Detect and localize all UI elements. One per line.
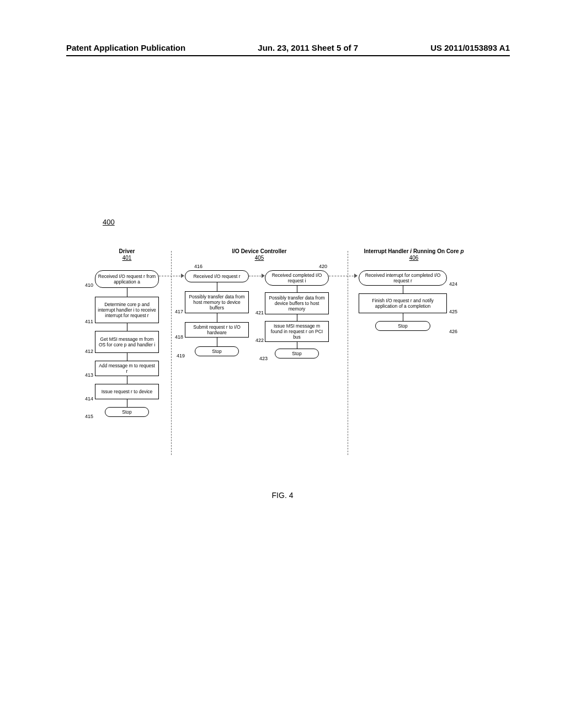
- ref-425: 425: [449, 309, 457, 314]
- edge: [217, 338, 217, 346]
- node-received-io-request-controller: Received I/O request r: [185, 270, 249, 282]
- figure-caption: FIG. 4: [0, 491, 565, 500]
- node-stop-controller-1: Stop: [195, 346, 239, 356]
- arrowhead-icon: [262, 274, 265, 278]
- node-stop-handler: Stop: [375, 321, 430, 331]
- lane-controller: I/O Device Controller405: [182, 248, 337, 265]
- header-right: US 2011/0153893 A1: [430, 43, 510, 52]
- arrowhead-icon: [354, 274, 358, 278]
- swimlane-divider: [171, 251, 172, 455]
- ref-416: 416: [194, 264, 202, 269]
- node-received-interrupt: Received interrupt for completed I/O req…: [359, 270, 447, 286]
- swimlane-divider: [348, 251, 348, 455]
- ref-413: 413: [85, 372, 93, 378]
- ref-422: 422: [255, 338, 264, 343]
- edge: [217, 282, 217, 291]
- edge: [403, 313, 403, 321]
- lane-handler-title: Interrupt Handler i Running On Core p 40…: [353, 248, 475, 261]
- dashed-arrow: [159, 276, 183, 276]
- node-stop-controller-2: Stop: [275, 349, 319, 358]
- node-issue-msi: Issue MSI message m found in request r o…: [265, 321, 329, 342]
- ref-418: 418: [175, 334, 183, 340]
- edge: [127, 376, 127, 384]
- node-finish-request: Finish I/O request r and notify applicat…: [359, 293, 447, 313]
- flow-diagram: Driver401 I/O Device Controller405 Inter…: [88, 248, 519, 469]
- dashed-arrow: [329, 276, 356, 276]
- node-received-io-request-driver: Received I/O request r from application …: [95, 270, 159, 288]
- edge: [127, 399, 127, 407]
- ref-414: 414: [85, 396, 93, 402]
- node-submit-request: Submit request r to I/O hardware: [185, 322, 249, 338]
- ref-420: 420: [319, 264, 327, 269]
- edge: [127, 288, 127, 297]
- edge: [297, 286, 297, 292]
- lane-driver-title: Driver401: [88, 248, 166, 261]
- edge: [403, 286, 403, 293]
- ref-419: 419: [177, 353, 185, 358]
- ref-423: 423: [259, 356, 268, 361]
- ref-415: 415: [85, 414, 93, 419]
- lane-controller-title: I/O Device Controller405: [182, 248, 337, 261]
- node-issue-request: Issue request r to device: [95, 384, 159, 399]
- node-determine-core: Determine core p and interrupt handler i…: [95, 297, 159, 323]
- lane-handler: Interrupt Handler i Running On Core p 40…: [353, 248, 475, 265]
- ref-421: 421: [255, 310, 264, 315]
- node-stop-driver: Stop: [105, 407, 149, 417]
- lane-driver: Driver401: [88, 248, 166, 265]
- node-transfer-host-to-device: Possibly transfer data from host memory …: [185, 291, 249, 313]
- edge: [217, 313, 217, 322]
- ref-411: 411: [85, 319, 93, 324]
- figure-reference-number: 400: [103, 218, 115, 226]
- page-header: Patent Application Publication Jun. 23, …: [66, 43, 510, 52]
- edge: [297, 342, 297, 349]
- node-received-completed-request: Received completed I/O request i: [265, 270, 329, 286]
- edge: [297, 314, 297, 321]
- node-add-message: Add message m to request r: [95, 361, 159, 376]
- ref-426: 426: [449, 329, 457, 334]
- header-center: Jun. 23, 2011 Sheet 5 of 7: [258, 43, 358, 52]
- ref-412: 412: [85, 349, 93, 354]
- node-transfer-device-to-host: Possibly transfer data from device buffe…: [265, 292, 329, 314]
- header-rule: [66, 55, 510, 56]
- ref-417: 417: [175, 309, 183, 314]
- header-left: Patent Application Publication: [66, 43, 185, 52]
- ref-424: 424: [449, 281, 457, 287]
- edge: [127, 353, 127, 361]
- ref-410: 410: [85, 282, 93, 288]
- edge: [127, 323, 127, 331]
- node-get-msi: Get MSI message m from OS for core p and…: [95, 331, 159, 353]
- arrowhead-icon: [181, 274, 184, 278]
